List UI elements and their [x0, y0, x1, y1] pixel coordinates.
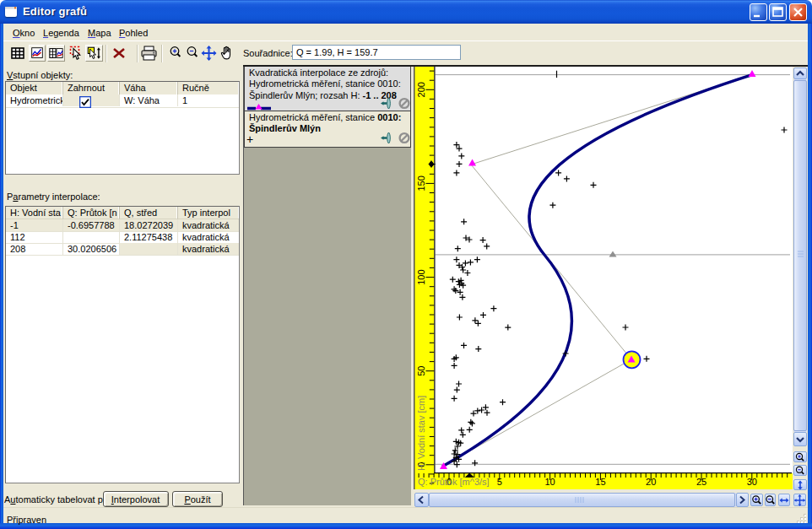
svg-text:H: Vodní stav [cm]: H: Vodní stav [cm] [416, 396, 426, 471]
svg-text:30: 30 [747, 477, 757, 487]
svg-text:20: 20 [646, 477, 656, 487]
svg-text:5: 5 [497, 477, 502, 487]
svg-text:150: 150 [416, 175, 426, 191]
svg-text:100: 100 [416, 269, 426, 284]
svg-text:15: 15 [595, 477, 605, 487]
svg-text:10: 10 [544, 477, 555, 487]
svg-text:Q: Průtok [m^3/s]: Q: Průtok [m^3/s] [418, 477, 490, 487]
svg-text:200: 200 [416, 82, 426, 97]
svg-text:50: 50 [416, 366, 426, 376]
svg-text:25: 25 [696, 477, 706, 487]
